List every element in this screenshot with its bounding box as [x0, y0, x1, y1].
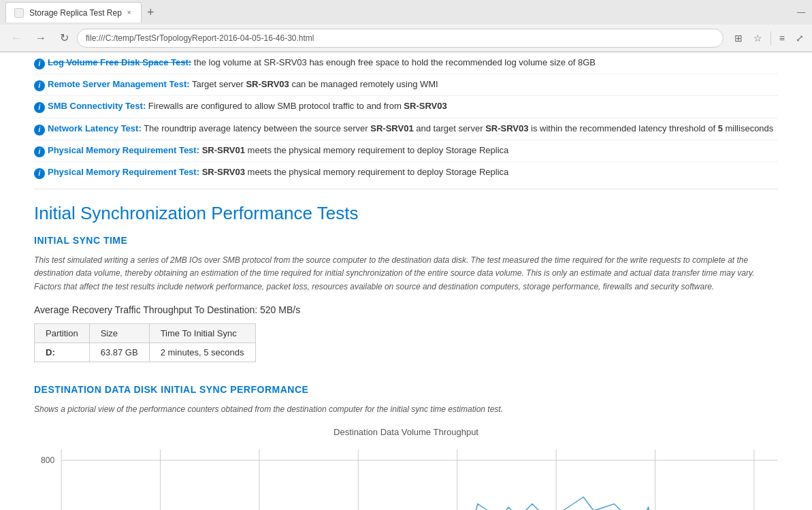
- destination-disk-section: DESTINATION DATA DISK INITIAL SYNC PERFO…: [34, 384, 778, 510]
- info-circle-icon: i: [34, 80, 45, 91]
- info-text: Physical Memory Requirement Test: SR-SRV…: [48, 144, 778, 157]
- back-button[interactable]: ←: [5, 29, 27, 47]
- navigation-bar: ← → ↻ file:///C:/temp/TestSrTopologyRepo…: [0, 25, 812, 52]
- table-header-size: Size: [89, 323, 149, 342]
- minimize-button[interactable]: —: [790, 7, 812, 17]
- tab-favicon: [14, 8, 24, 18]
- info-list: i Log Volume Free Disk Space Test: the l…: [34, 52, 778, 189]
- item-body: The roundtrip average latency between th…: [144, 123, 773, 133]
- info-text: Log Volume Free Disk Space Test: the log…: [48, 57, 778, 69]
- refresh-button[interactable]: ↻: [54, 29, 74, 47]
- table-cell-partition: D:: [35, 342, 90, 362]
- list-item: i Physical Memory Requirement Test: SR-S…: [34, 140, 778, 162]
- list-item: i Remote Server Management Test: Target …: [34, 74, 778, 96]
- info-icon: i: [34, 145, 48, 157]
- item-label: SMB Connectivity Test:: [48, 101, 146, 111]
- info-circle-icon: i: [34, 146, 45, 157]
- item-label: Remote Server Management Test:: [48, 79, 190, 89]
- info-icon: i: [34, 167, 48, 179]
- list-item: i Physical Memory Requirement Test: SR-S…: [34, 162, 778, 183]
- address-bar[interactable]: file:///C:/temp/TestSrTopologyReport-201…: [77, 29, 724, 48]
- info-text: Remote Server Management Test: Target se…: [48, 78, 778, 91]
- chart-svg: 800 600: [34, 443, 778, 510]
- table-cell-size: 63.87 GB: [89, 342, 149, 362]
- info-circle-icon: i: [34, 59, 45, 69]
- favorites-button[interactable]: ☆: [751, 30, 765, 46]
- list-item: i Log Volume Free Disk Space Test: the l…: [34, 52, 778, 74]
- new-tab-button[interactable]: +: [142, 5, 160, 20]
- sync-table: Partition Size Time To Initial Sync D: 6…: [34, 323, 256, 362]
- throughput-label: Average Recovery Traffic Throughput To D…: [34, 304, 778, 315]
- table-row: D: 63.87 GB 2 minutes, 5 seconds: [35, 342, 256, 362]
- item-body: Firewalls are configured to allow SMB pr…: [148, 101, 447, 111]
- info-icon: i: [34, 123, 48, 136]
- item-body: the log volume at SR-SRV03 has enough fr…: [194, 57, 596, 67]
- info-text: SMB Connectivity Test: Firewalls are con…: [48, 100, 778, 112]
- list-item: i Network Latency Test: The roundtrip av…: [34, 118, 778, 140]
- sync-time-description: This test simulated writing a series of …: [34, 254, 778, 293]
- info-circle-icon: i: [34, 102, 45, 113]
- divider: [770, 31, 771, 45]
- chart-container: 800 600: [34, 443, 778, 510]
- info-icon: i: [34, 57, 48, 69]
- item-label: Physical Memory Requirement Test:: [48, 167, 199, 177]
- content-wrapper: i Log Volume Free Disk Space Test: the l…: [0, 52, 812, 510]
- tab-close-button[interactable]: ×: [127, 9, 131, 16]
- info-icon: i: [34, 101, 48, 113]
- browser-tab[interactable]: Storage Replica Test Rep ×: [5, 2, 142, 22]
- tab-title: Storage Replica Test Rep: [29, 8, 122, 18]
- nav-right-buttons: ⊞ ☆ ≡ ⤢: [732, 30, 807, 46]
- sync-time-subtitle: INITIAL SYNC TIME: [34, 235, 778, 246]
- item-label: Physical Memory Requirement Test:: [48, 145, 199, 155]
- expand-button[interactable]: ⤢: [793, 30, 807, 46]
- table-cell-time: 2 minutes, 5 seconds: [149, 342, 255, 362]
- item-body: SR-SRV03 meets the physical memory requi…: [202, 167, 509, 177]
- browser-chrome: Storage Replica Test Rep × + — ← → ↻ fil…: [0, 0, 812, 52]
- y-label-800: 800: [41, 456, 54, 465]
- reader-view-button[interactable]: ⊞: [732, 30, 745, 46]
- info-text: Network Latency Test: The roundtrip aver…: [48, 123, 778, 135]
- menu-button[interactable]: ≡: [777, 30, 787, 46]
- info-text: Physical Memory Requirement Test: SR-SRV…: [48, 166, 778, 178]
- list-item: i SMB Connectivity Test: Firewalls are c…: [34, 96, 778, 118]
- tab-bar: Storage Replica Test Rep × + —: [0, 0, 812, 25]
- info-icon: i: [34, 79, 48, 91]
- page-title: Initial Synchronization Performance Test…: [34, 203, 778, 224]
- info-circle-icon: i: [34, 168, 45, 179]
- item-body: Target server SR-SRV03 can be managed re…: [192, 79, 438, 89]
- item-label: Network Latency Test:: [48, 123, 142, 133]
- destination-disk-description: Shows a pictorial view of the performanc…: [34, 403, 778, 416]
- forward-button[interactable]: →: [30, 29, 52, 47]
- destination-disk-subtitle: DESTINATION DATA DISK INITIAL SYNC PERFO…: [34, 384, 778, 395]
- page-content: i Log Volume Free Disk Space Test: the l…: [0, 52, 812, 510]
- chart-title: Destination Data Volume Throughput: [34, 427, 778, 437]
- throughput-line: [61, 497, 754, 510]
- item-label: Log Volume Free Disk Space Test:: [48, 57, 191, 67]
- initial-sync-section: INITIAL SYNC TIME This test simulated wr…: [34, 235, 778, 362]
- info-circle-icon: i: [34, 125, 45, 136]
- item-body: SR-SRV01 meets the physical memory requi…: [202, 145, 509, 155]
- address-text: file:///C:/temp/TestSrTopologyReport-201…: [86, 33, 715, 43]
- table-header-time: Time To Initial Sync: [149, 323, 255, 342]
- table-header-partition: Partition: [35, 323, 90, 342]
